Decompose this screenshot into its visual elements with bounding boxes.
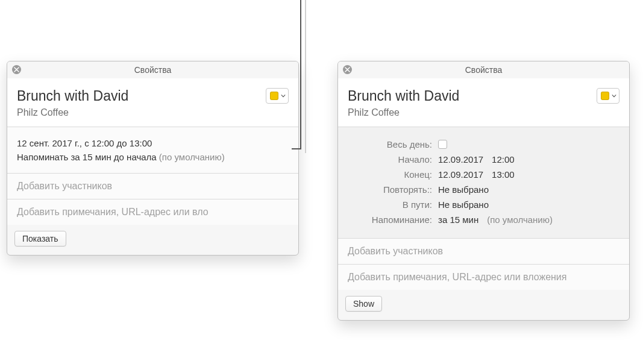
titlebar: Свойства	[7, 61, 298, 78]
chevron-down-icon	[281, 93, 286, 98]
start-time-field[interactable]: 12:00	[492, 154, 515, 165]
invitees-section[interactable]: Добавить участников	[338, 239, 629, 265]
show-button[interactable]: Show	[345, 296, 382, 312]
all-day-label: Весь день:	[348, 139, 438, 149]
all-day-checkbox[interactable]	[438, 140, 447, 149]
calendar-color-swatch	[270, 92, 278, 100]
travel-value[interactable]: Не выбрано	[438, 199, 489, 210]
repeat-label: Повторять::	[348, 184, 438, 195]
end-label: Конец:	[348, 169, 438, 180]
start-date-field[interactable]: 12.09.2017	[438, 154, 483, 165]
calendar-picker[interactable]	[266, 88, 289, 104]
reminder-suffix: (по умолчанию)	[487, 215, 553, 225]
reminder-suffix: (по умолчанию)	[159, 152, 225, 162]
invitees-placeholder: Добавить участников	[348, 246, 443, 256]
calendar-color-swatch	[601, 92, 609, 100]
event-inspector-compact: Свойства Brunch with David Philz Coffee …	[7, 61, 299, 256]
calendar-picker[interactable]	[597, 88, 619, 104]
notes-section[interactable]: Добавить примечания, URL-адрес или вло	[7, 199, 298, 225]
datetime-summary: 12 сент. 2017 г., с 12:00 до 13:00	[17, 138, 289, 148]
notes-section[interactable]: Добавить примечания, URL-адрес или вложе…	[338, 265, 629, 290]
end-date-field[interactable]: 12.09.2017	[438, 169, 483, 180]
invitees-section[interactable]: Добавить участников	[7, 174, 298, 199]
event-title[interactable]: Brunch with David	[348, 88, 597, 105]
show-button[interactable]: Показать	[14, 231, 66, 246]
reminder-value[interactable]: за 15 мин	[438, 215, 478, 225]
reminder-text: Напоминать за 15 мин до начала	[17, 152, 157, 162]
notes-placeholder: Добавить примечания, URL-адрес или вло	[17, 207, 209, 217]
travel-label: В пути:	[348, 199, 438, 210]
window-title: Свойства	[465, 65, 502, 75]
close-icon[interactable]	[343, 65, 352, 74]
invitees-placeholder: Добавить участников	[17, 181, 112, 191]
titlebar: Свойства	[338, 61, 629, 78]
details-section: Весь день: Начало: 12.09.2017 12:00 Коне…	[338, 127, 629, 239]
reminder-summary: Напоминать за 15 мин до начала (по умолч…	[17, 152, 289, 162]
event-location[interactable]: Philz Coffee	[348, 107, 597, 118]
window-title: Свойства	[134, 65, 171, 75]
event-inspector-expanded: Свойства Brunch with David Philz Coffee …	[337, 61, 630, 321]
end-time-field[interactable]: 13:00	[492, 169, 515, 180]
chevron-down-icon	[612, 93, 616, 98]
reminder-label: Напоминание:	[348, 215, 438, 225]
datetime-summary-section[interactable]: 12 сент. 2017 г., с 12:00 до 13:00 Напом…	[7, 127, 298, 174]
notes-placeholder: Добавить примечания, URL-адрес или вложе…	[348, 272, 566, 282]
event-title[interactable]: Brunch with David	[17, 88, 266, 105]
event-location[interactable]: Philz Coffee	[17, 107, 266, 118]
close-icon[interactable]	[12, 65, 21, 74]
start-label: Начало:	[348, 154, 438, 165]
repeat-value[interactable]: Не выбрано	[438, 184, 489, 195]
